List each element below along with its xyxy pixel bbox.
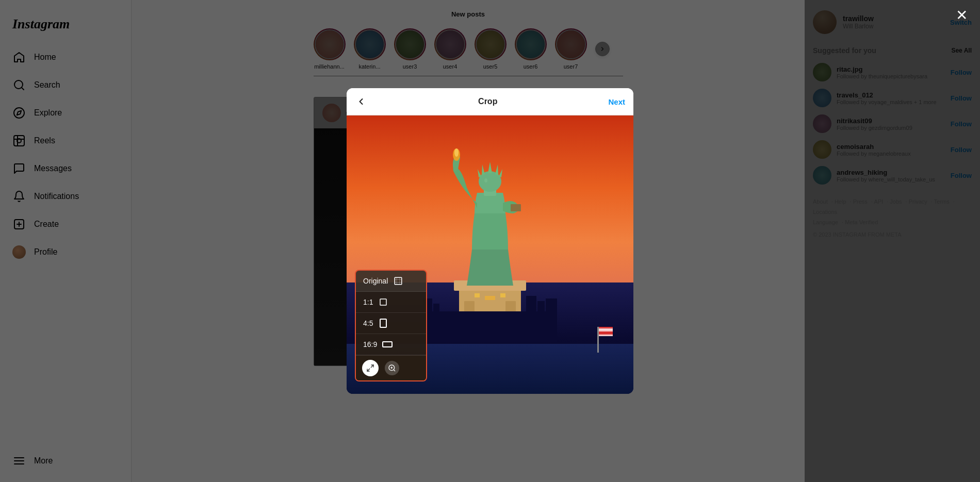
svg-rect-39 <box>380 299 386 305</box>
svg-line-42 <box>371 365 373 368</box>
crop-option-label-4-5: 4:5 <box>363 319 373 327</box>
svg-rect-29 <box>423 311 557 342</box>
svg-rect-35 <box>475 293 480 297</box>
original-icon <box>393 276 403 286</box>
crop-bottom-bar <box>356 355 426 380</box>
back-arrow-icon <box>356 96 366 107</box>
statue-scene: Original 1:1 <box>347 115 633 394</box>
flag-element <box>597 327 613 353</box>
modal-title: Crop <box>367 97 608 106</box>
svg-marker-22 <box>482 164 485 175</box>
svg-rect-38 <box>395 277 402 285</box>
crop-option-label-1-1: 1:1 <box>363 298 373 306</box>
svg-point-26 <box>484 178 487 182</box>
svg-rect-41 <box>383 342 392 347</box>
svg-marker-24 <box>478 169 481 177</box>
square-icon <box>378 297 388 307</box>
svg-rect-31 <box>433 304 439 314</box>
expand-button[interactable] <box>362 360 379 376</box>
svg-line-45 <box>394 370 395 371</box>
svg-marker-21 <box>488 162 492 173</box>
zoom-button[interactable] <box>385 361 399 375</box>
landscape-icon <box>382 339 393 350</box>
close-button[interactable]: ✕ <box>956 8 968 23</box>
crop-option-label-16-9: 16:9 <box>363 340 377 348</box>
svg-rect-40 <box>380 319 386 327</box>
portrait-icon <box>378 318 388 328</box>
next-button[interactable]: Next <box>608 97 625 106</box>
svg-line-43 <box>367 369 370 371</box>
svg-rect-32 <box>526 296 536 314</box>
crop-option-label-original: Original <box>363 277 388 285</box>
modal-image-area: Original 1:1 <box>347 115 633 394</box>
svg-rect-37 <box>485 296 495 300</box>
crop-option-4-5[interactable]: 4:5 <box>356 313 426 334</box>
svg-point-28 <box>454 148 459 157</box>
modal-overlay: ✕ Crop Next <box>0 0 980 482</box>
statue-svg <box>423 146 557 342</box>
crop-modal: Crop Next <box>347 88 633 394</box>
svg-rect-18 <box>511 204 521 211</box>
crop-option-16-9[interactable]: 16:9 <box>356 334 426 355</box>
svg-rect-34 <box>546 298 557 314</box>
svg-rect-36 <box>500 293 505 297</box>
svg-marker-23 <box>495 164 498 175</box>
svg-marker-25 <box>499 169 502 177</box>
crop-option-1-1[interactable]: 1:1 <box>356 292 426 313</box>
modal-header: Crop Next <box>347 88 633 115</box>
back-button[interactable] <box>355 95 367 108</box>
crop-panel: Original 1:1 <box>355 270 427 381</box>
svg-rect-33 <box>537 301 545 314</box>
crop-option-original[interactable]: Original <box>356 271 426 292</box>
